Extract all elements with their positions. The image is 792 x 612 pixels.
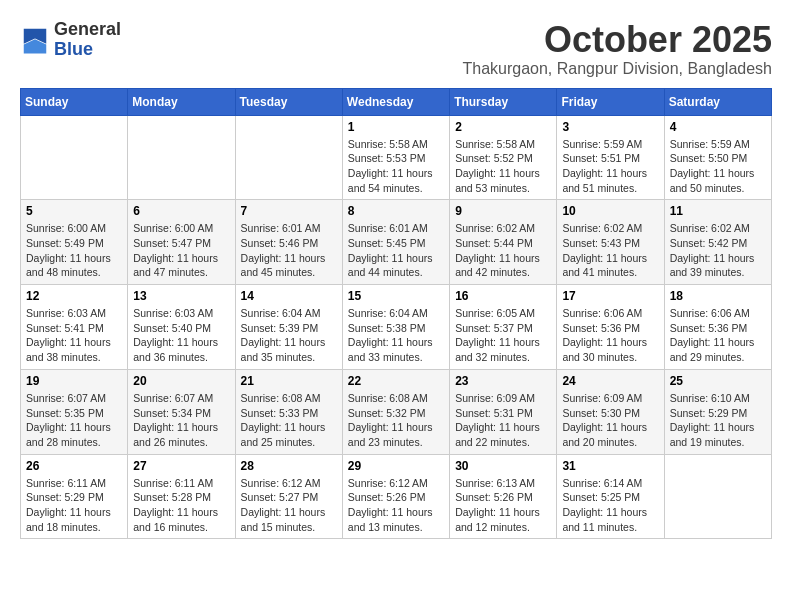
- day-info: Sunrise: 6:09 AMSunset: 5:30 PMDaylight:…: [562, 391, 658, 450]
- day-info: Sunrise: 5:59 AMSunset: 5:50 PMDaylight:…: [670, 137, 766, 196]
- day-info: Sunrise: 6:01 AMSunset: 5:46 PMDaylight:…: [241, 221, 337, 280]
- day-info: Sunrise: 5:58 AMSunset: 5:53 PMDaylight:…: [348, 137, 444, 196]
- day-info: Sunrise: 5:58 AMSunset: 5:52 PMDaylight:…: [455, 137, 551, 196]
- day-number: 17: [562, 289, 658, 303]
- day-number: 22: [348, 374, 444, 388]
- day-info: Sunrise: 6:08 AMSunset: 5:33 PMDaylight:…: [241, 391, 337, 450]
- title-block: October 2025 Thakurgaon, Rangpur Divisio…: [462, 20, 772, 78]
- calendar-cell: 21Sunrise: 6:08 AMSunset: 5:33 PMDayligh…: [235, 369, 342, 454]
- day-info: Sunrise: 6:06 AMSunset: 5:36 PMDaylight:…: [562, 306, 658, 365]
- logo: General Blue: [20, 20, 121, 60]
- logo-blue: Blue: [54, 40, 121, 60]
- day-info: Sunrise: 6:14 AMSunset: 5:25 PMDaylight:…: [562, 476, 658, 535]
- day-info: Sunrise: 6:08 AMSunset: 5:32 PMDaylight:…: [348, 391, 444, 450]
- day-number: 18: [670, 289, 766, 303]
- day-number: 31: [562, 459, 658, 473]
- calendar-cell: 20Sunrise: 6:07 AMSunset: 5:34 PMDayligh…: [128, 369, 235, 454]
- day-number: 2: [455, 120, 551, 134]
- day-info: Sunrise: 6:04 AMSunset: 5:39 PMDaylight:…: [241, 306, 337, 365]
- calendar-week-3: 12Sunrise: 6:03 AMSunset: 5:41 PMDayligh…: [21, 285, 772, 370]
- calendar-cell: 7Sunrise: 6:01 AMSunset: 5:46 PMDaylight…: [235, 200, 342, 285]
- weekday-header-friday: Friday: [557, 88, 664, 115]
- calendar-cell: 15Sunrise: 6:04 AMSunset: 5:38 PMDayligh…: [342, 285, 449, 370]
- calendar-cell: 1Sunrise: 5:58 AMSunset: 5:53 PMDaylight…: [342, 115, 449, 200]
- day-info: Sunrise: 6:04 AMSunset: 5:38 PMDaylight:…: [348, 306, 444, 365]
- day-number: 21: [241, 374, 337, 388]
- calendar-cell: 23Sunrise: 6:09 AMSunset: 5:31 PMDayligh…: [450, 369, 557, 454]
- calendar-cell: 4Sunrise: 5:59 AMSunset: 5:50 PMDaylight…: [664, 115, 771, 200]
- day-info: Sunrise: 6:13 AMSunset: 5:26 PMDaylight:…: [455, 476, 551, 535]
- calendar-table: SundayMondayTuesdayWednesdayThursdayFrid…: [20, 88, 772, 540]
- calendar-cell: [128, 115, 235, 200]
- calendar-cell: 19Sunrise: 6:07 AMSunset: 5:35 PMDayligh…: [21, 369, 128, 454]
- calendar-cell: 11Sunrise: 6:02 AMSunset: 5:42 PMDayligh…: [664, 200, 771, 285]
- calendar-cell: 6Sunrise: 6:00 AMSunset: 5:47 PMDaylight…: [128, 200, 235, 285]
- day-info: Sunrise: 6:02 AMSunset: 5:43 PMDaylight:…: [562, 221, 658, 280]
- day-number: 8: [348, 204, 444, 218]
- calendar-cell: 17Sunrise: 6:06 AMSunset: 5:36 PMDayligh…: [557, 285, 664, 370]
- day-info: Sunrise: 6:00 AMSunset: 5:47 PMDaylight:…: [133, 221, 229, 280]
- day-info: Sunrise: 6:07 AMSunset: 5:35 PMDaylight:…: [26, 391, 122, 450]
- calendar-cell: [21, 115, 128, 200]
- day-number: 20: [133, 374, 229, 388]
- weekday-header-wednesday: Wednesday: [342, 88, 449, 115]
- weekday-header-saturday: Saturday: [664, 88, 771, 115]
- weekday-header-monday: Monday: [128, 88, 235, 115]
- weekday-header-sunday: Sunday: [21, 88, 128, 115]
- location-title: Thakurgaon, Rangpur Division, Bangladesh: [462, 60, 772, 78]
- day-info: Sunrise: 6:01 AMSunset: 5:45 PMDaylight:…: [348, 221, 444, 280]
- day-number: 1: [348, 120, 444, 134]
- calendar-cell: 25Sunrise: 6:10 AMSunset: 5:29 PMDayligh…: [664, 369, 771, 454]
- page-header: General Blue October 2025 Thakurgaon, Ra…: [20, 20, 772, 78]
- day-number: 3: [562, 120, 658, 134]
- calendar-cell: 9Sunrise: 6:02 AMSunset: 5:44 PMDaylight…: [450, 200, 557, 285]
- calendar-cell: 29Sunrise: 6:12 AMSunset: 5:26 PMDayligh…: [342, 454, 449, 539]
- day-info: Sunrise: 6:03 AMSunset: 5:41 PMDaylight:…: [26, 306, 122, 365]
- day-number: 13: [133, 289, 229, 303]
- day-number: 19: [26, 374, 122, 388]
- day-number: 10: [562, 204, 658, 218]
- weekday-header-thursday: Thursday: [450, 88, 557, 115]
- calendar-cell: 12Sunrise: 6:03 AMSunset: 5:41 PMDayligh…: [21, 285, 128, 370]
- day-number: 16: [455, 289, 551, 303]
- day-number: 7: [241, 204, 337, 218]
- weekday-header-row: SundayMondayTuesdayWednesdayThursdayFrid…: [21, 88, 772, 115]
- day-info: Sunrise: 6:02 AMSunset: 5:42 PMDaylight:…: [670, 221, 766, 280]
- month-title: October 2025: [462, 20, 772, 60]
- calendar-cell: 26Sunrise: 6:11 AMSunset: 5:29 PMDayligh…: [21, 454, 128, 539]
- calendar-cell: 24Sunrise: 6:09 AMSunset: 5:30 PMDayligh…: [557, 369, 664, 454]
- day-number: 24: [562, 374, 658, 388]
- logo-general: General: [54, 20, 121, 40]
- calendar-cell: 3Sunrise: 5:59 AMSunset: 5:51 PMDaylight…: [557, 115, 664, 200]
- day-number: 30: [455, 459, 551, 473]
- calendar-cell: 14Sunrise: 6:04 AMSunset: 5:39 PMDayligh…: [235, 285, 342, 370]
- day-number: 29: [348, 459, 444, 473]
- day-number: 5: [26, 204, 122, 218]
- day-info: Sunrise: 6:03 AMSunset: 5:40 PMDaylight:…: [133, 306, 229, 365]
- logo-icon: [20, 25, 50, 55]
- day-info: Sunrise: 6:12 AMSunset: 5:27 PMDaylight:…: [241, 476, 337, 535]
- day-info: Sunrise: 6:09 AMSunset: 5:31 PMDaylight:…: [455, 391, 551, 450]
- day-number: 27: [133, 459, 229, 473]
- day-info: Sunrise: 6:12 AMSunset: 5:26 PMDaylight:…: [348, 476, 444, 535]
- calendar-week-4: 19Sunrise: 6:07 AMSunset: 5:35 PMDayligh…: [21, 369, 772, 454]
- calendar-cell: 2Sunrise: 5:58 AMSunset: 5:52 PMDaylight…: [450, 115, 557, 200]
- day-number: 9: [455, 204, 551, 218]
- day-number: 25: [670, 374, 766, 388]
- day-number: 12: [26, 289, 122, 303]
- day-number: 14: [241, 289, 337, 303]
- day-info: Sunrise: 6:00 AMSunset: 5:49 PMDaylight:…: [26, 221, 122, 280]
- calendar-week-5: 26Sunrise: 6:11 AMSunset: 5:29 PMDayligh…: [21, 454, 772, 539]
- calendar-cell: 27Sunrise: 6:11 AMSunset: 5:28 PMDayligh…: [128, 454, 235, 539]
- day-number: 23: [455, 374, 551, 388]
- day-info: Sunrise: 6:11 AMSunset: 5:29 PMDaylight:…: [26, 476, 122, 535]
- day-number: 4: [670, 120, 766, 134]
- day-info: Sunrise: 6:06 AMSunset: 5:36 PMDaylight:…: [670, 306, 766, 365]
- weekday-header-tuesday: Tuesday: [235, 88, 342, 115]
- calendar-cell: 5Sunrise: 6:00 AMSunset: 5:49 PMDaylight…: [21, 200, 128, 285]
- day-info: Sunrise: 6:10 AMSunset: 5:29 PMDaylight:…: [670, 391, 766, 450]
- day-number: 26: [26, 459, 122, 473]
- calendar-cell: 16Sunrise: 6:05 AMSunset: 5:37 PMDayligh…: [450, 285, 557, 370]
- calendar-cell: 30Sunrise: 6:13 AMSunset: 5:26 PMDayligh…: [450, 454, 557, 539]
- logo-text: General Blue: [54, 20, 121, 60]
